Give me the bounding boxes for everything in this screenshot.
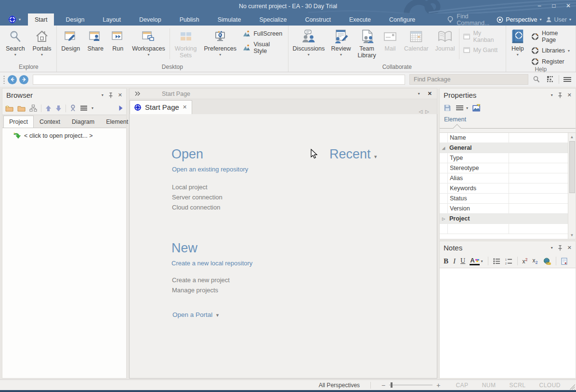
create-local-repository-link[interactable]: Create a new local repository — [171, 260, 252, 267]
property-row-stereotype[interactable]: Stereotype — [440, 163, 568, 173]
expand-right-icon[interactable] — [118, 105, 123, 111]
frame-menu-caret-icon[interactable]: ▾ — [418, 91, 420, 96]
property-row-keywords[interactable]: Keywords — [440, 183, 568, 194]
chevrons-icon[interactable] — [134, 91, 141, 96]
perspectives-status[interactable]: All Perspectives — [319, 382, 360, 389]
property-value[interactable] — [509, 153, 568, 163]
start-page-tab[interactable]: Start Page ✕ — [130, 100, 192, 114]
tab-scroll-arrows[interactable]: ◁▷ — [419, 109, 437, 114]
hyperlink-globe-icon[interactable] — [543, 258, 551, 265]
zoom-out-button[interactable]: − — [381, 381, 385, 389]
property-value[interactable] — [509, 224, 568, 234]
forward-button[interactable] — [19, 75, 28, 84]
expanded-marker-icon[interactable]: ◢ — [440, 146, 447, 150]
property-row-alias[interactable]: Alias — [440, 173, 568, 183]
new-package-icon[interactable] — [5, 105, 13, 112]
ribbon-tab-configure[interactable]: Configure — [382, 13, 422, 26]
resize-grip[interactable] — [568, 383, 575, 390]
ribbon-home-page-button[interactable]: Home Page — [531, 30, 572, 43]
scroll-up-icon[interactable]: ▲ — [568, 133, 576, 141]
ribbon-visual-style-button[interactable]: Visual Style — [243, 41, 284, 54]
ribbon-discussions-button[interactable]: Discussions▾ — [289, 26, 327, 63]
ribbon-tab-publish[interactable]: Publish — [173, 13, 206, 26]
open-existing-repository-link[interactable]: Open an existing repository — [172, 166, 248, 173]
property-row-project[interactable]: ▷Project — [440, 214, 568, 224]
scroll-down-icon[interactable]: ▼ — [568, 231, 576, 239]
property-row-name[interactable]: Name — [440, 133, 568, 143]
ribbon-tab-specialize[interactable]: Specialize — [252, 13, 293, 26]
ribbon-register-button[interactable]: Register — [531, 58, 572, 65]
browser-tab-diagram[interactable]: Diagram — [66, 116, 100, 128]
notes-editor[interactable] — [440, 268, 576, 378]
ribbon-portals-button[interactable]: Portals▾ — [29, 26, 55, 63]
toolbar-grip[interactable] — [3, 75, 5, 84]
property-row-type[interactable]: Type — [440, 153, 568, 163]
create-new-project-link[interactable]: Create a new project — [172, 275, 230, 285]
ribbon-review-button[interactable]: Review▾ — [328, 26, 354, 63]
browser-tab-context[interactable]: Context — [34, 116, 66, 128]
ribbon-tab-construct[interactable]: Construct — [298, 13, 338, 26]
ribbon-fullscreen-button[interactable]: FullScreen — [243, 30, 284, 38]
panel-menu-caret-icon[interactable]: ▾ — [551, 93, 553, 97]
track-icon[interactable] — [70, 105, 76, 112]
underline-button[interactable]: U — [460, 257, 465, 265]
close-icon[interactable]: ✕ — [567, 245, 572, 251]
subscript-button[interactable]: x2 — [533, 257, 538, 265]
cloud-connection-link[interactable]: Cloud connection — [172, 202, 220, 212]
panel-menu-caret-icon[interactable]: ▾ — [551, 246, 553, 250]
local-project-link[interactable]: Local project — [172, 182, 208, 192]
italic-button[interactable]: I — [453, 257, 456, 265]
move-up-icon[interactable] — [45, 105, 52, 112]
ribbon-tab-execute[interactable]: Execute — [342, 13, 378, 26]
property-value[interactable] — [509, 133, 568, 143]
properties-element-tab[interactable]: Element — [440, 114, 576, 132]
find-package-input[interactable]: Find Package — [409, 74, 528, 85]
close-icon[interactable]: ✕ — [567, 92, 572, 98]
ribbon-design-button[interactable]: Design — [58, 26, 84, 63]
maximize-button[interactable]: □ — [550, 2, 558, 9]
address-bar-input[interactable] — [33, 75, 405, 85]
ribbon-tab-layout[interactable]: Layout — [96, 13, 128, 26]
app-logo-button[interactable]: ▾ — [0, 13, 26, 26]
ribbon-run-button[interactable]: Run — [107, 26, 129, 63]
perspective-menu[interactable]: Perspective ▾ — [497, 16, 541, 23]
ribbon-tab-start[interactable]: Start — [28, 13, 54, 26]
ribbon-tab-simulate[interactable]: Simulate — [211, 13, 248, 26]
property-value[interactable] — [509, 214, 568, 223]
ribbon-team-library-button[interactable]: Team Library — [354, 26, 379, 63]
pin-icon[interactable] — [108, 92, 113, 98]
server-connection-link[interactable]: Server connection — [172, 192, 223, 202]
back-button[interactable] — [8, 75, 17, 84]
scrollbar[interactable]: ▲ ▼ — [568, 133, 576, 239]
scrollbar-thumb[interactable] — [569, 141, 575, 193]
tab-close-icon[interactable]: ✕ — [183, 104, 187, 110]
close-button[interactable]: ✕ — [564, 2, 572, 9]
find-package-search-icon[interactable] — [531, 74, 542, 85]
property-value[interactable] — [509, 173, 568, 183]
property-row-general[interactable]: ◢General — [440, 143, 568, 153]
frame-close-icon[interactable]: ✕ — [428, 91, 432, 97]
chevron-down-icon[interactable]: ▾ — [466, 106, 468, 110]
property-value[interactable] — [509, 204, 568, 213]
open-portal-link[interactable]: Open a Portal ▾ — [172, 311, 219, 318]
numbered-list-icon[interactable]: 12 — [505, 258, 512, 264]
browser-tab-project[interactable]: Project — [3, 116, 34, 128]
hierarchy-icon[interactable] — [29, 105, 37, 112]
save-icon[interactable] — [444, 104, 451, 112]
manage-projects-link[interactable]: Manage projects — [172, 285, 218, 295]
property-value[interactable] — [509, 194, 568, 203]
pin-icon[interactable] — [558, 245, 563, 251]
panel-menu-caret-icon[interactable]: ▾ — [102, 93, 104, 97]
open-folder-icon[interactable] — [17, 105, 26, 112]
property-value[interactable] — [509, 143, 568, 153]
menu-lines-icon[interactable] — [562, 74, 573, 85]
image-icon[interactable] — [472, 104, 481, 112]
ribbon-share-button[interactable]: Share — [84, 26, 107, 63]
minimize-button[interactable]: – — [536, 2, 543, 9]
layout-grid-icon[interactable] — [545, 74, 556, 85]
font-color-button[interactable]: A — [470, 257, 479, 265]
collapsed-marker-icon[interactable]: ▷ — [440, 217, 447, 221]
property-value[interactable] — [509, 163, 568, 173]
ribbon-libraries-button[interactable]: Libraries▾ — [531, 47, 572, 54]
close-icon[interactable]: ✕ — [118, 92, 122, 98]
